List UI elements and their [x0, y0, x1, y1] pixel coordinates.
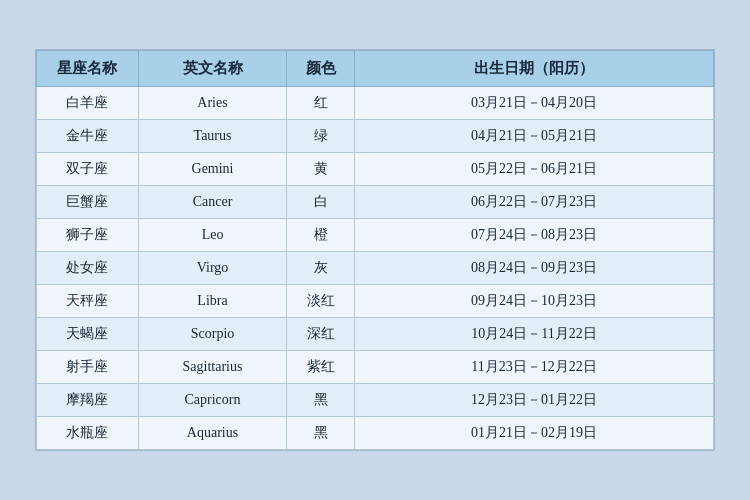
cell-chinese: 巨蟹座	[37, 186, 139, 219]
table-row: 狮子座Leo橙07月24日－08月23日	[37, 219, 714, 252]
table-row: 处女座Virgo灰08月24日－09月23日	[37, 252, 714, 285]
cell-english: Taurus	[138, 120, 287, 153]
cell-color: 紫红	[287, 351, 355, 384]
cell-english: Cancer	[138, 186, 287, 219]
cell-english: Aquarius	[138, 417, 287, 450]
cell-date: 08月24日－09月23日	[355, 252, 714, 285]
cell-date: 11月23日－12月22日	[355, 351, 714, 384]
header-chinese: 星座名称	[37, 51, 139, 87]
cell-color: 深红	[287, 318, 355, 351]
cell-date: 09月24日－10月23日	[355, 285, 714, 318]
table-row: 摩羯座Capricorn黑12月23日－01月22日	[37, 384, 714, 417]
cell-english: Libra	[138, 285, 287, 318]
cell-chinese: 金牛座	[37, 120, 139, 153]
cell-chinese: 天秤座	[37, 285, 139, 318]
header-date: 出生日期（阳历）	[355, 51, 714, 87]
header-english: 英文名称	[138, 51, 287, 87]
zodiac-table: 星座名称 英文名称 颜色 出生日期（阳历） 白羊座Aries红03月21日－04…	[36, 50, 714, 450]
table-row: 巨蟹座Cancer白06月22日－07月23日	[37, 186, 714, 219]
table-row: 双子座Gemini黄05月22日－06月21日	[37, 153, 714, 186]
cell-chinese: 水瓶座	[37, 417, 139, 450]
cell-color: 橙	[287, 219, 355, 252]
cell-date: 05月22日－06月21日	[355, 153, 714, 186]
table-row: 射手座Sagittarius紫红11月23日－12月22日	[37, 351, 714, 384]
cell-chinese: 天蝎座	[37, 318, 139, 351]
cell-date: 01月21日－02月19日	[355, 417, 714, 450]
cell-color: 红	[287, 87, 355, 120]
table-row: 水瓶座Aquarius黑01月21日－02月19日	[37, 417, 714, 450]
cell-date: 07月24日－08月23日	[355, 219, 714, 252]
cell-color: 白	[287, 186, 355, 219]
cell-color: 淡红	[287, 285, 355, 318]
cell-chinese: 射手座	[37, 351, 139, 384]
table-row: 天蝎座Scorpio深红10月24日－11月22日	[37, 318, 714, 351]
cell-english: Virgo	[138, 252, 287, 285]
cell-chinese: 白羊座	[37, 87, 139, 120]
table-row: 白羊座Aries红03月21日－04月20日	[37, 87, 714, 120]
cell-english: Scorpio	[138, 318, 287, 351]
cell-color: 黑	[287, 384, 355, 417]
header-color: 颜色	[287, 51, 355, 87]
cell-color: 灰	[287, 252, 355, 285]
cell-date: 04月21日－05月21日	[355, 120, 714, 153]
cell-english: Sagittarius	[138, 351, 287, 384]
table-header-row: 星座名称 英文名称 颜色 出生日期（阳历）	[37, 51, 714, 87]
cell-english: Capricorn	[138, 384, 287, 417]
table-row: 金牛座Taurus绿04月21日－05月21日	[37, 120, 714, 153]
cell-date: 03月21日－04月20日	[355, 87, 714, 120]
cell-chinese: 双子座	[37, 153, 139, 186]
cell-english: Gemini	[138, 153, 287, 186]
zodiac-table-container: 星座名称 英文名称 颜色 出生日期（阳历） 白羊座Aries红03月21日－04…	[35, 49, 715, 451]
table-row: 天秤座Libra淡红09月24日－10月23日	[37, 285, 714, 318]
cell-date: 06月22日－07月23日	[355, 186, 714, 219]
cell-color: 黄	[287, 153, 355, 186]
cell-chinese: 摩羯座	[37, 384, 139, 417]
cell-english: Leo	[138, 219, 287, 252]
cell-date: 12月23日－01月22日	[355, 384, 714, 417]
cell-color: 黑	[287, 417, 355, 450]
cell-english: Aries	[138, 87, 287, 120]
cell-date: 10月24日－11月22日	[355, 318, 714, 351]
cell-color: 绿	[287, 120, 355, 153]
cell-chinese: 处女座	[37, 252, 139, 285]
cell-chinese: 狮子座	[37, 219, 139, 252]
